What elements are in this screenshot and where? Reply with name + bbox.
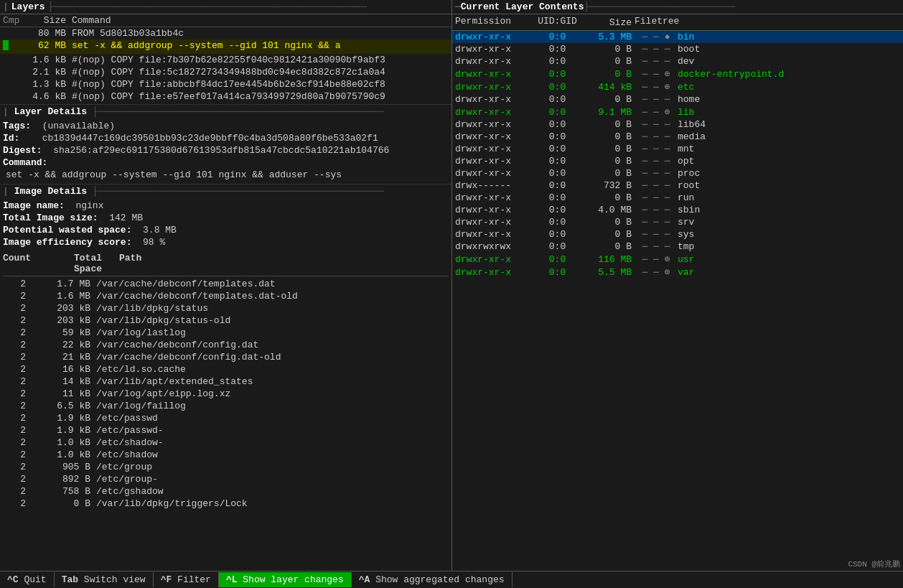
file-name: lib: [678, 107, 900, 118]
file-size: 0 B: [584, 229, 635, 240]
file-name: root: [678, 180, 900, 191]
file-name: boot: [678, 44, 900, 55]
file-row[interactable]: drwxr-xr-x 0:0 0 B ─ ─ ─ media: [452, 131, 903, 143]
statusbar-item[interactable]: Tab Switch view: [55, 572, 154, 587]
status-label: Filter: [177, 574, 211, 585]
file-size: 0 B: [584, 69, 635, 80]
file-row[interactable]: drwxr-xr-x 0:0 0 B ─ ─ ─ srv: [452, 216, 903, 228]
file-row[interactable]: drwxr-xr-x 0:0 414 kB ─ ─ ⊕ etc: [452, 80, 903, 93]
id-value: cb1839d447c169dc39501bb93c23de9bbff0c4ba…: [42, 133, 378, 144]
file-row[interactable]: drwxr-xr-x 0:0 116 MB ─ ─ ⊕ usr: [452, 253, 903, 266]
file-row[interactable]: drwxr-xr-x 0:0 0 B ─ ─ ─ run: [452, 192, 903, 204]
file-size: 4.0 MB: [584, 205, 635, 215]
file-perm: drwxr-xr-x: [455, 229, 530, 240]
wasted-table-row: 2 1.0 kB /etc/shadow: [3, 449, 449, 461]
wasted-table-row: 2 1.0 kB /etc/shadow-: [3, 437, 449, 449]
file-row[interactable]: drwxr-xr-x 0:0 0 B ─ ─ ⊕ docker-entrypoi…: [452, 67, 903, 80]
statusbar-item[interactable]: ^L Show layer changes: [219, 572, 352, 587]
statusbar-item[interactable]: ^F Filter: [154, 572, 219, 587]
file-row[interactable]: drwxr-xr-x 0:0 0 B ─ ─ ─ boot: [452, 43, 903, 55]
status-key: ^F: [161, 574, 177, 585]
digest-value: sha256:af29ec691175380d67613953dfb815a47…: [53, 145, 389, 156]
statusbar-item[interactable]: ^C Quit: [0, 572, 55, 587]
file-row[interactable]: drwxr-xr-x 0:0 9.1 MB ─ ─ ⊕ lib: [452, 106, 903, 118]
file-perm: drwxr-xr-x: [455, 192, 530, 203]
file-uid: 0:0: [530, 44, 584, 55]
file-row[interactable]: drwxr-xr-x 0:0 0 B ─ ─ ─ dev: [452, 55, 903, 67]
file-uid: 0:0: [530, 144, 584, 154]
file-row[interactable]: drwxr-xr-x 0:0 0 B ─ ─ ─ proc: [452, 167, 903, 179]
file-row[interactable]: drwxr-xr-x 0:0 0 B ─ ─ ─ home: [452, 93, 903, 106]
file-ftree: ─ ─ ⊕: [635, 106, 678, 118]
top-section: | Layers ├──────────────────────────────…: [0, 0, 903, 571]
file-row[interactable]: drwxr-xr-x 0:0 0 B ─ ─ ─ mnt: [452, 143, 903, 155]
image-name-value: nginx: [75, 200, 103, 211]
file-size: 0 B: [584, 217, 635, 228]
file-row[interactable]: drwxr-xr-x 0:0 0 B ─ ─ ─ opt: [452, 155, 903, 167]
file-size: 0 B: [584, 156, 635, 167]
file-ftree: ─ ─ ⊕: [635, 68, 678, 80]
layer-row-3[interactable]: 2.1 kB #(nop) COPY file:5c18272734349488…: [0, 66, 452, 78]
file-name: proc: [678, 168, 900, 179]
uid-col-header: UID:GID: [530, 16, 584, 29]
wasted-space-header: Total Space: [43, 253, 108, 274]
status-key: ^A: [359, 574, 375, 585]
wasted-table-row: 2 6.5 kB /var/log/faillog: [3, 400, 449, 412]
file-perm: drwxr-xr-x: [455, 107, 530, 118]
file-row[interactable]: drwxr-xr-x 0:0 0 B ─ ─ ─ lib64: [452, 118, 903, 131]
file-perm: drwxr-xr-x: [455, 82, 530, 93]
file-perm: drwxr-xr-x: [455, 168, 530, 179]
layer-details-title: Layer Details: [14, 106, 87, 117]
total-size-value: 142 MB: [109, 213, 143, 223]
status-key: Tab: [62, 574, 84, 585]
file-ftree: ─ ─ ─: [635, 180, 678, 191]
file-row[interactable]: drwx------ 0:0 732 B ─ ─ ─ root: [452, 179, 903, 192]
file-row[interactable]: drwxrwxrwx 0:0 0 B ─ ─ ─ tmp: [452, 241, 903, 253]
file-row[interactable]: drwxr-xr-x 0:0 0 B ─ ─ ─ sys: [452, 228, 903, 241]
wasted-table-row: 2 21 kB /var/cache/debconf/config.dat-ol…: [3, 351, 449, 363]
file-row[interactable]: drwxr-xr-x 0:0 4.0 MB ─ ─ ─ sbin: [452, 204, 903, 216]
file-uid: 0:0: [530, 156, 584, 167]
file-size: 414 kB: [584, 82, 635, 93]
file-perm: drwxr-xr-x: [455, 69, 530, 80]
wasted-space-value: 3.8 MB: [143, 225, 177, 235]
file-size: 5.5 MB: [584, 267, 635, 278]
file-size: 0 B: [584, 44, 635, 55]
wasted-table-row: 2 11 kB /var/log/apt/eipp.log.xz: [3, 388, 449, 400]
file-ftree: ─ ─ ─: [635, 241, 678, 252]
wasted-rows: 2 1.7 MB /var/cache/debconf/templates.da…: [3, 278, 449, 510]
perm-col-header: Permission: [455, 16, 530, 29]
file-name: sys: [678, 229, 900, 240]
file-row[interactable]: drwxr-xr-x 0:0 5.3 MB ─ ─ ● bin: [452, 31, 903, 43]
col-size-header: Size: [27, 15, 66, 26]
layer-row-2[interactable]: 1.6 kB #(nop) COPY file:7b307b62e82255f0…: [0, 54, 452, 66]
layer-row-1[interactable]: 62 MB set -x && addgroup --system --gid …: [0, 39, 452, 54]
status-key: ^L: [226, 574, 243, 585]
ftree-col-header: Filetree: [635, 16, 678, 29]
file-uid: 0:0: [530, 205, 584, 215]
layer-row-5[interactable]: 4.6 kB #(nop) COPY file:e57eef017a414ca7…: [0, 90, 452, 103]
wasted-table-row: 2 14 kB /var/lib/apt/extended_states: [3, 375, 449, 388]
status-label: Show layer changes: [243, 574, 343, 585]
layer-row-4[interactable]: 1.3 kB #(nop) COPY file:abbcbf84dc17ee44…: [0, 78, 452, 90]
file-size: 9.1 MB: [584, 107, 635, 118]
layer-row-0[interactable]: 80 MB FROM 5d8013b03a1bb4c: [0, 27, 452, 39]
wasted-table-row: 2 905 B /etc/group: [3, 461, 449, 473]
statusbar-item[interactable]: ^A Show aggregated changes: [352, 572, 513, 587]
file-row[interactable]: drwxr-xr-x 0:0 5.5 MB ─ ─ ⊕ var: [452, 266, 903, 279]
file-name: docker-entrypoint.d: [678, 69, 900, 80]
file-ftree: ─ ─ ⊕: [635, 253, 678, 265]
command-value: set -x && addgroup --system --gid 101 ng…: [3, 169, 449, 181]
layers-list: 80 MB FROM 5d8013b03a1bb4c 62 MB set -x …: [0, 27, 452, 103]
file-ftree: ─ ─ ─: [635, 168, 678, 179]
file-uid: 0:0: [530, 82, 584, 93]
file-ftree: ─ ─ ─: [635, 229, 678, 240]
file-size: 0 B: [584, 131, 635, 142]
file-ftree: ─ ─ ─: [635, 131, 678, 142]
tags-row: Tags: (unavailable): [3, 120, 449, 132]
file-name: srv: [678, 217, 900, 228]
col-cmp-header: Cmp: [3, 15, 21, 26]
wasted-table-row: 2 16 kB /etc/ld.so.cache: [3, 363, 449, 375]
left-panel: | Layers ├──────────────────────────────…: [0, 0, 452, 571]
main-container: | Layers ├──────────────────────────────…: [0, 0, 903, 588]
